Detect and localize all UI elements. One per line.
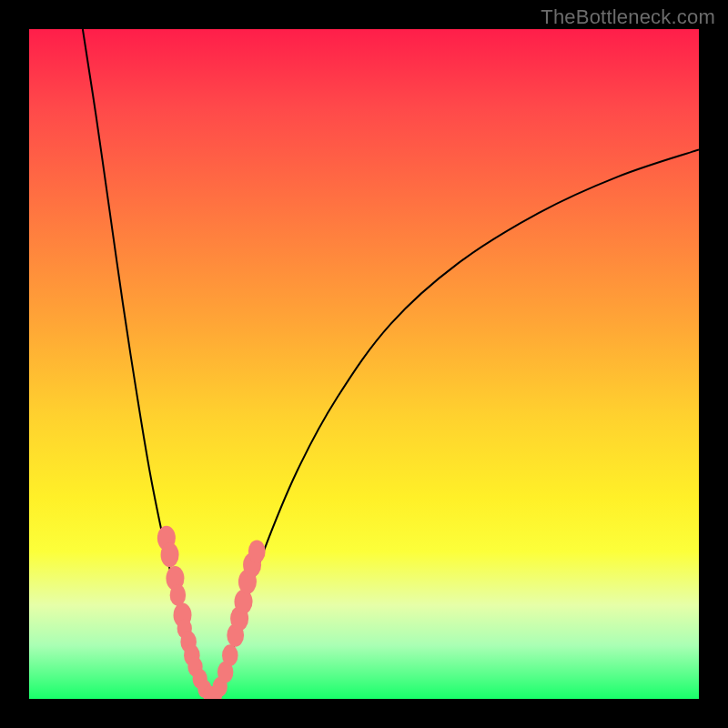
marker-point — [248, 540, 266, 562]
marker-point — [170, 584, 187, 606]
right-branch-curve — [210, 149, 699, 699]
chart-frame: TheBottleneck.com — [0, 0, 728, 728]
marker-point — [161, 542, 179, 567]
curve-layer — [29, 29, 699, 699]
left-branch-curve — [83, 29, 210, 699]
marker-point — [222, 644, 238, 666]
highlighted-points — [157, 526, 266, 699]
plot-area — [29, 29, 699, 699]
watermark-text: TheBottleneck.com — [541, 5, 715, 29]
